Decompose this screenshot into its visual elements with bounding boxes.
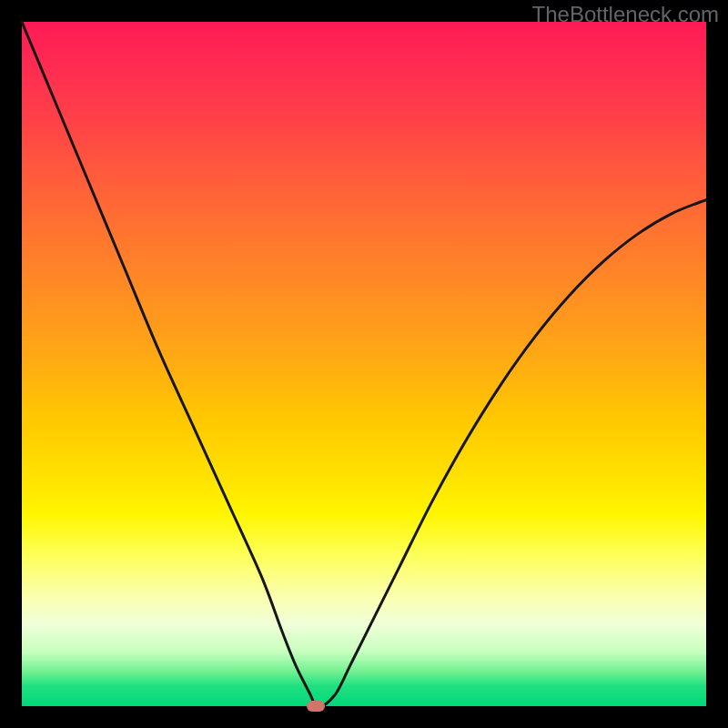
plot-area xyxy=(22,22,706,706)
chart-frame: TheBottleneck.com xyxy=(0,0,728,728)
v-curve xyxy=(22,22,706,708)
optimum-marker xyxy=(307,701,325,712)
curve-layer xyxy=(22,22,706,706)
